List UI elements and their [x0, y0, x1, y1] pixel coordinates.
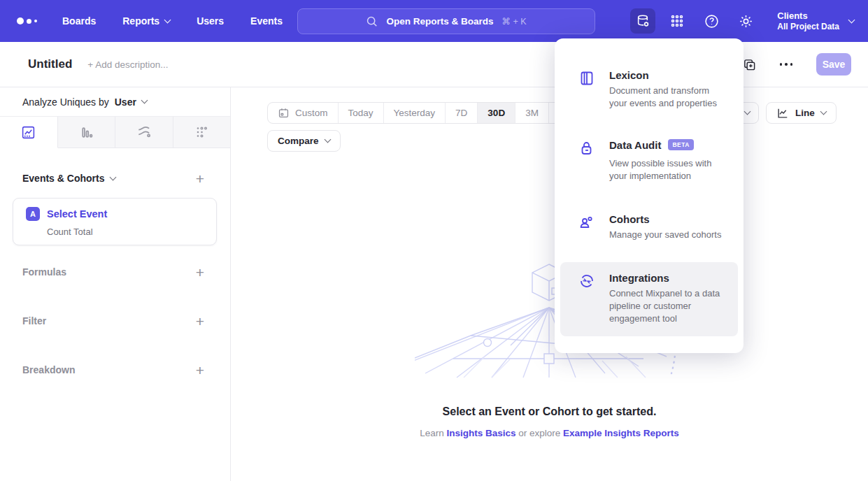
menu-item-description: Document and transform your events and p…	[609, 85, 727, 110]
data-management-menu: Lexicon Document and transform your even…	[555, 38, 744, 353]
dots-grid-icon	[194, 125, 208, 139]
event-card[interactable]: A Select Event Count Total	[13, 198, 217, 245]
nav-reports[interactable]: Reports	[122, 15, 170, 27]
report-title[interactable]: Untitled	[28, 57, 72, 71]
apps-grid-button[interactable]	[664, 8, 690, 34]
example-reports-link[interactable]: Example Insights Reports	[563, 428, 679, 438]
bar-chart-icon	[79, 125, 94, 140]
date-range-30d-label: 30D	[488, 108, 505, 118]
save-button[interactable]: Save	[816, 53, 851, 76]
analyze-row: Analyze Uniques by User	[0, 87, 230, 116]
chevron-down-icon	[848, 16, 855, 23]
events-cohorts-title[interactable]: Events & Cohorts	[22, 173, 115, 184]
date-range-3m-label: 3M	[525, 108, 539, 118]
nav-users[interactable]: Users	[197, 15, 224, 27]
nav-users-label: Users	[197, 15, 224, 27]
insights-basics-link[interactable]: Insights Basics	[446, 428, 515, 438]
menu-item-title: Cohorts	[609, 213, 721, 225]
menu-item-lexicon[interactable]: Lexicon Document and transform your even…	[560, 64, 738, 115]
settings-gear-icon	[739, 14, 753, 29]
date-range-yesterday[interactable]: Yesterday	[384, 103, 446, 123]
breakdown-section: Breakdown +	[0, 359, 230, 380]
lock-icon	[578, 139, 595, 182]
more-options-button[interactable]	[778, 59, 795, 70]
navbar-right: Clients All Project Data	[630, 0, 854, 42]
count-total-label[interactable]: Count Total	[47, 227, 216, 237]
event-letter-badge: A	[26, 207, 40, 221]
project-selector[interactable]: Clients All Project Data	[777, 10, 854, 32]
chart-type-label: Line	[795, 108, 815, 118]
report-canvas: Custom Today Yesterday 7D 30D 3M 6M Comp…	[231, 87, 868, 481]
nav-boards[interactable]: Boards	[62, 15, 96, 27]
chevron-down-icon	[164, 16, 171, 23]
chart-type-button[interactable]: Line	[766, 102, 837, 124]
menu-item-title: Lexicon	[609, 69, 727, 81]
project-name: Clients	[777, 10, 839, 22]
tab-funnels[interactable]	[58, 117, 116, 148]
tab-flows[interactable]	[115, 117, 173, 148]
search-placeholder: Open Reports & Boards	[386, 16, 493, 27]
global-search-button[interactable]: Open Reports & Boards ⌘ + K	[297, 8, 595, 34]
sync-icon	[578, 272, 595, 325]
filter-label: Filter	[22, 315, 46, 326]
menu-item-title: Data Audit	[609, 139, 661, 151]
data-management-button[interactable]	[630, 8, 655, 34]
menu-item-integrations[interactable]: Integrations Connect Mixpanel to a data …	[560, 262, 738, 336]
date-range-3m[interactable]: 3M	[515, 103, 549, 123]
menu-item-description: Manage your saved cohorts	[609, 229, 721, 241]
line-chart-icon	[776, 107, 789, 120]
settings-button[interactable]	[733, 8, 758, 34]
analyze-entity-selector[interactable]: User	[115, 96, 147, 108]
chevron-down-icon	[324, 136, 331, 143]
date-range-today[interactable]: Today	[339, 103, 384, 123]
insights-line-chart-icon	[21, 125, 36, 140]
menu-item-description: View possible issues with your implement…	[609, 157, 727, 182]
beta-badge: BETA	[668, 139, 694, 150]
menu-item-data-audit[interactable]: Data Audit BETA View possible issues wit…	[560, 134, 738, 188]
date-range-custom-label: Custom	[295, 108, 328, 118]
empty-state-subtitle: Learn Insights Basics or explore Example…	[231, 428, 868, 438]
learn-text: Learn	[420, 428, 444, 438]
duplicate-button[interactable]	[743, 58, 756, 71]
formulas-section: Formulas +	[0, 261, 230, 282]
analyze-label: Analyze Uniques by	[22, 96, 109, 108]
chevron-down-icon	[820, 108, 827, 115]
date-range-7d[interactable]: 7D	[446, 103, 478, 123]
app-window: Boards Reports Users Events Open Reports…	[0, 0, 868, 481]
database-gear-icon	[636, 14, 650, 29]
date-range-30d[interactable]: 30D	[478, 103, 515, 123]
menu-item-title: Integrations	[609, 272, 727, 284]
nav-events-label: Events	[250, 15, 283, 27]
duplicate-icon	[743, 58, 756, 71]
report-description-placeholder[interactable]: + Add description...	[87, 59, 168, 70]
menu-item-description: Connect Mixpanel to a data pipeline or c…	[609, 287, 727, 325]
add-breakdown-button[interactable]: +	[191, 361, 209, 379]
breakdown-label: Breakdown	[22, 364, 75, 375]
formulas-label: Formulas	[22, 266, 66, 278]
nav-events[interactable]: Events	[250, 15, 283, 27]
events-cohorts-label: Events & Cohorts	[22, 173, 104, 184]
nav-reports-label: Reports	[122, 15, 159, 27]
date-range-custom[interactable]: Custom	[268, 103, 339, 123]
mixpanel-logo[interactable]	[17, 17, 37, 24]
apps-grid-icon	[670, 14, 684, 28]
select-event-label[interactable]: Select Event	[47, 208, 107, 220]
compare-button[interactable]: Compare	[267, 130, 341, 152]
report-type-tabs	[0, 116, 230, 148]
flow-icon	[136, 124, 152, 140]
search-icon	[366, 15, 378, 27]
add-formula-button[interactable]: +	[191, 263, 209, 281]
help-button[interactable]	[699, 8, 724, 34]
search-shortcut: ⌘ + K	[501, 16, 526, 27]
query-builder-sidebar: Analyze Uniques by User	[0, 87, 231, 481]
add-event-button[interactable]: +	[191, 169, 209, 187]
add-filter-button[interactable]: +	[191, 312, 209, 330]
tab-retention[interactable]	[173, 117, 231, 148]
menu-item-cohorts[interactable]: Cohorts Manage your saved cohorts	[560, 208, 738, 247]
tab-insights[interactable]	[0, 117, 58, 148]
chevron-down-icon	[141, 97, 148, 104]
analyze-entity-value: User	[115, 96, 136, 108]
compare-label: Compare	[278, 136, 319, 146]
chevron-down-icon	[744, 108, 750, 115]
calendar-icon	[278, 107, 290, 119]
